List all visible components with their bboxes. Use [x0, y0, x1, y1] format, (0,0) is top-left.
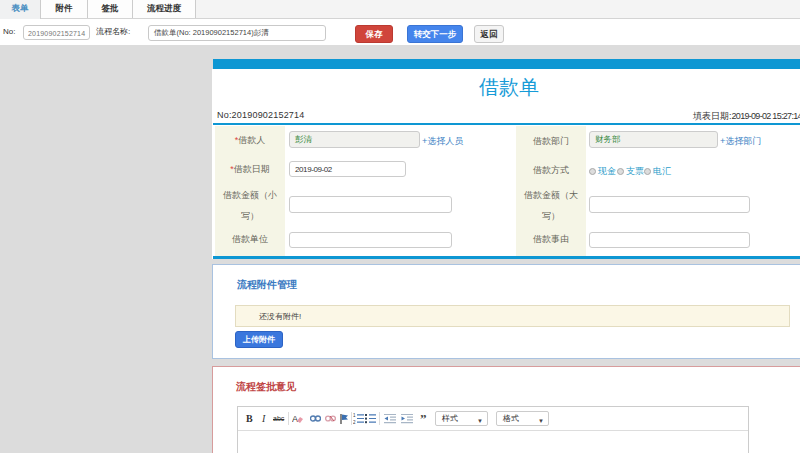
svg-text:A: A [292, 414, 298, 424]
svg-text:1: 1 [353, 413, 356, 418]
svg-text:2: 2 [353, 420, 356, 424]
